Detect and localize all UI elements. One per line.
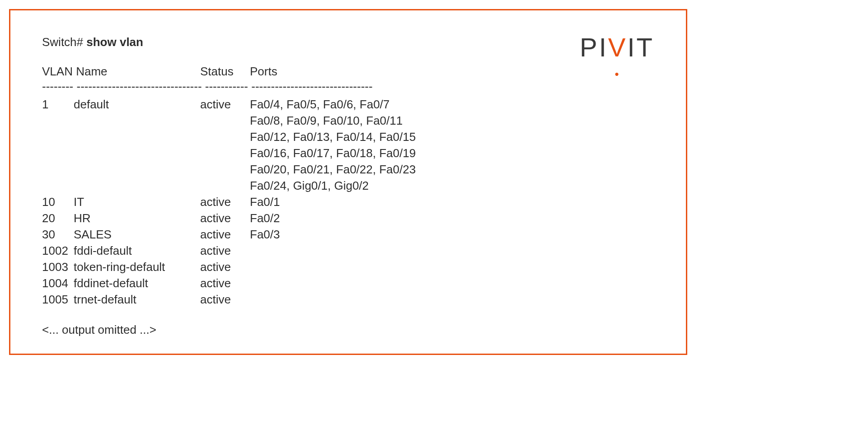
vlan-id: 1002 bbox=[42, 243, 74, 259]
vlan-ports: Fa0/1 bbox=[250, 194, 654, 210]
separator-line: -------- -------------------------------… bbox=[42, 79, 654, 93]
vlan-ports-continuation: Fa0/8, Fa0/9, Fa0/10, Fa0/11 bbox=[250, 112, 654, 129]
header-status: Status bbox=[200, 65, 250, 79]
vlan-id: 30 bbox=[42, 226, 74, 243]
vlan-name: trnet-default bbox=[74, 291, 200, 308]
vlan-status: active bbox=[200, 194, 250, 210]
cli-prompt-prefix: Switch# bbox=[42, 35, 86, 49]
vlan-ports: Fa0/2 bbox=[250, 210, 654, 226]
table-row-continuation: Fa0/20, Fa0/21, Fa0/22, Fa0/23 bbox=[42, 161, 654, 177]
table-row-continuation: Fa0/24, Gig0/1, Gig0/2 bbox=[42, 177, 654, 194]
table-row: 30SALESactiveFa0/3 bbox=[42, 226, 654, 243]
cli-command: show vlan bbox=[86, 35, 143, 49]
vlan-name: fddinet-default bbox=[74, 275, 200, 291]
table-row-continuation: Fa0/12, Fa0/13, Fa0/14, Fa0/15 bbox=[42, 129, 654, 145]
vlan-ports-continuation: Fa0/24, Gig0/1, Gig0/2 bbox=[250, 177, 654, 194]
header-ports: Ports bbox=[250, 65, 277, 79]
table-row: 1004fddinet-defaultactive bbox=[42, 275, 654, 291]
logo-v: V • bbox=[608, 32, 628, 62]
table-row: 1defaultactiveFa0/4, Fa0/5, Fa0/6, Fa0/7 bbox=[42, 96, 654, 112]
vlan-ports-continuation: Fa0/12, Fa0/13, Fa0/14, Fa0/15 bbox=[250, 129, 654, 145]
vlan-status: active bbox=[200, 96, 250, 112]
vlan-name: fddi-default bbox=[74, 243, 200, 259]
vlan-id: 1003 bbox=[42, 259, 74, 275]
vlan-ports-continuation: Fa0/16, Fa0/17, Fa0/18, Fa0/19 bbox=[250, 145, 654, 161]
vlan-status: active bbox=[200, 243, 250, 259]
vlan-id: 1005 bbox=[42, 291, 74, 308]
vlan-name: HR bbox=[74, 210, 200, 226]
table-row: 1003token-ring-defaultactive bbox=[42, 259, 654, 275]
vlan-id: 20 bbox=[42, 210, 74, 226]
pivit-logo: P I V • I T bbox=[580, 32, 654, 59]
vlan-id: 1004 bbox=[42, 275, 74, 291]
logo-i1: I bbox=[599, 32, 608, 62]
terminal-frame: P I V • I T Switch# show vlan VLAN Name … bbox=[9, 9, 687, 355]
vlan-status: active bbox=[200, 275, 250, 291]
vlan-name: SALES bbox=[74, 226, 200, 243]
vlan-id: 1 bbox=[42, 96, 74, 112]
vlan-ports: Fa0/4, Fa0/5, Fa0/6, Fa0/7 bbox=[250, 96, 654, 112]
vlan-status: active bbox=[200, 226, 250, 243]
table-row-continuation: Fa0/16, Fa0/17, Fa0/18, Fa0/19 bbox=[42, 145, 654, 161]
vlan-status: active bbox=[200, 291, 250, 308]
cli-prompt-line: Switch# show vlan bbox=[42, 35, 654, 49]
logo-t: T bbox=[637, 32, 654, 62]
header-vlan-name: VLAN Name bbox=[42, 65, 200, 79]
logo-p: P bbox=[580, 32, 599, 62]
output-omitted-text: <... output omitted ...> bbox=[42, 323, 654, 337]
vlan-name: IT bbox=[74, 194, 200, 210]
table-row: 10ITactiveFa0/1 bbox=[42, 194, 654, 210]
table-row: 20HRactiveFa0/2 bbox=[42, 210, 654, 226]
vlan-table-body: 1defaultactiveFa0/4, Fa0/5, Fa0/6, Fa0/7… bbox=[42, 96, 654, 308]
vlan-id: 10 bbox=[42, 194, 74, 210]
vlan-name: default bbox=[74, 96, 200, 112]
logo-i2: I bbox=[627, 32, 636, 62]
vlan-ports-continuation: Fa0/20, Fa0/21, Fa0/22, Fa0/23 bbox=[250, 161, 654, 177]
table-row: 1005trnet-defaultactive bbox=[42, 291, 654, 308]
table-row-continuation: Fa0/8, Fa0/9, Fa0/10, Fa0/11 bbox=[42, 112, 654, 129]
vlan-table-header: VLAN Name Status Ports bbox=[42, 65, 654, 79]
vlan-status: active bbox=[200, 210, 250, 226]
vlan-name: token-ring-default bbox=[74, 259, 200, 275]
vlan-ports: Fa0/3 bbox=[250, 226, 654, 243]
vlan-status: active bbox=[200, 259, 250, 275]
table-row: 1002fddi-defaultactive bbox=[42, 243, 654, 259]
